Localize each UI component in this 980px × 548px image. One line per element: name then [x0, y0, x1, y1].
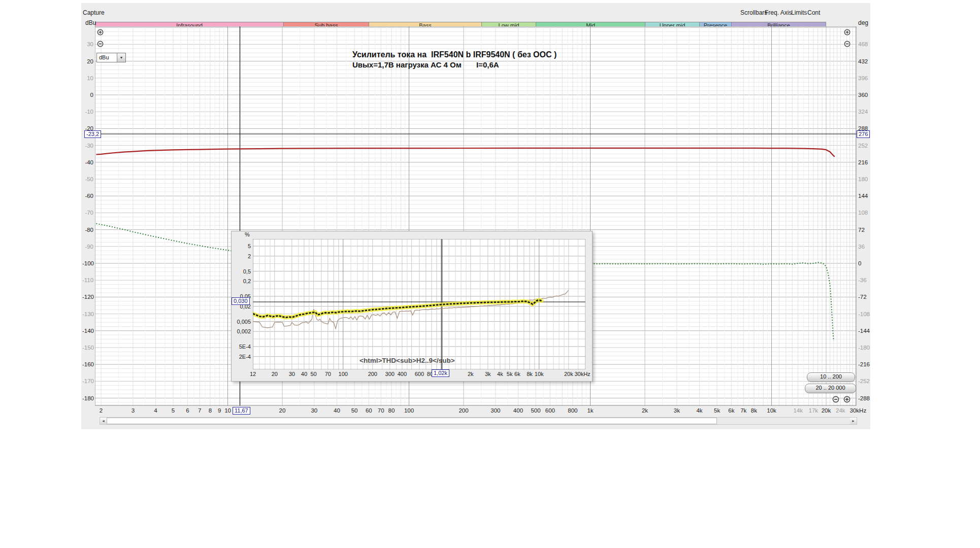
- chart-title: Усилитель тока на IRF540N b IRF9540N ( б…: [352, 50, 557, 59]
- zoom-out-icon[interactable]: [832, 396, 839, 402]
- scroll-left-arrow-icon[interactable]: ◄: [100, 418, 107, 424]
- zoom-in-icon[interactable]: [844, 28, 851, 35]
- zoom-out-icon[interactable]: [844, 40, 851, 47]
- left-axis-tick: -70: [82, 210, 93, 216]
- bottom-axis-tick: 2: [89, 407, 113, 414]
- level-cursor-marker: -23,2: [84, 130, 101, 138]
- inset-y-tick: 2: [232, 253, 251, 259]
- chart-subtitle: Uвых=1,7В нагрузка АС 4 Ом I=0,6А: [352, 60, 499, 69]
- right-axis-tick: -36: [858, 277, 867, 283]
- right-axis-tick: -108: [858, 311, 870, 317]
- unit-selector[interactable]: dBu ▼: [96, 53, 126, 62]
- inset-x-tick: 10k: [528, 371, 550, 377]
- thd-cursor-marker: 0,030: [232, 297, 250, 305]
- inset-y-tick: 0,2: [232, 278, 251, 284]
- inset-y-tick: 5E-4: [232, 344, 251, 350]
- inset-y-tick: 2E-4: [232, 354, 251, 360]
- right-axis-tick: 0: [858, 260, 861, 266]
- inset-x-tick: 12: [242, 371, 264, 377]
- inset-y-tick: 5: [232, 243, 251, 249]
- right-axis-tick: 36: [858, 244, 865, 250]
- inset-y-tick: 0,005: [232, 319, 251, 325]
- left-axis-tick: -50: [82, 176, 93, 182]
- bottom-axis-tick: 2k: [633, 407, 657, 414]
- bottom-axis-tick: 10k: [760, 407, 783, 414]
- left-axis-tick: -180: [82, 395, 93, 401]
- left-axis-tick: 20: [82, 58, 93, 64]
- right-axis-tick: -216: [858, 361, 870, 367]
- menu-item-cont[interactable]: Cont: [807, 9, 820, 16]
- bottom-axis-tick: 600: [538, 407, 562, 414]
- left-axis-tick: -160: [82, 361, 93, 367]
- left-axis-tick: -90: [82, 244, 93, 250]
- right-axis-tick: 180: [858, 176, 868, 182]
- horizontal-scrollbar[interactable]: ◄ ►: [100, 417, 857, 425]
- inset-y-tick: 0,5: [232, 268, 251, 275]
- range-10-200-button[interactable]: 10 .. 200: [807, 372, 855, 382]
- left-axis-tick: -10: [82, 109, 93, 115]
- bottom-axis-tick: 3: [121, 407, 145, 414]
- menu-item-freq-axis[interactable]: Freq. Axis: [765, 9, 792, 16]
- left-axis-tick: 30: [82, 41, 93, 47]
- right-axis-tick: 72: [858, 227, 865, 233]
- bottom-axis-tick: 30kHz: [846, 407, 870, 414]
- unit-selector-value: dBu: [99, 54, 109, 60]
- screen: { "menu": { "left": ["Capture"], "right"…: [0, 0, 980, 548]
- left-axis-tick: -60: [82, 193, 93, 199]
- thd-inset-canvas[interactable]: [253, 239, 585, 369]
- right-axis-tick: 432: [858, 58, 868, 64]
- inset-unit-label: %: [245, 231, 250, 237]
- right-axis-tick: -72: [858, 294, 867, 300]
- right-axis-tick: 252: [858, 143, 868, 149]
- inset-x-tick: 30kHz: [571, 371, 594, 377]
- menu-item-scrollbars[interactable]: Scrollbars: [740, 9, 767, 16]
- right-axis-tick: -180: [858, 345, 870, 351]
- menu-item-capture[interactable]: Capture: [83, 9, 105, 16]
- right-axis-tick: 360: [858, 92, 868, 98]
- left-axis-tick: -40: [82, 159, 93, 165]
- left-axis-tick: -100: [82, 260, 93, 266]
- thd-freq-cursor-marker: 1,02k: [432, 369, 449, 377]
- menu-item-limits[interactable]: Limits: [791, 9, 807, 16]
- left-axis-unit-label: dBu: [85, 19, 96, 26]
- left-axis-tick: -80: [82, 227, 93, 233]
- bottom-axis-tick: 20: [271, 407, 294, 414]
- thd-inset-panel: % 520,50,20,050,020,0050,0025E-42E-4 122…: [231, 231, 593, 382]
- right-axis-tick: 216: [858, 159, 868, 165]
- left-axis-tick: -130: [82, 311, 93, 317]
- left-axis-tick: -110: [82, 277, 93, 283]
- right-axis-unit-label: deg: [858, 19, 868, 26]
- right-axis-tick: -144: [858, 328, 870, 334]
- freq-cursor-marker: 11,67: [233, 407, 250, 415]
- phase-cursor-marker: 276: [857, 130, 870, 138]
- bottom-axis-tick: 300: [484, 407, 507, 414]
- right-axis-tick: -288: [858, 395, 870, 401]
- right-axis-tick: 108: [858, 210, 868, 216]
- left-axis-tick: -30: [82, 143, 93, 149]
- right-axis-tick: 396: [858, 75, 868, 81]
- left-axis-tick: 0: [82, 92, 93, 98]
- right-axis-tick: 324: [858, 109, 868, 115]
- zoom-in-icon[interactable]: [97, 28, 104, 35]
- range-20-20000-button[interactable]: 20 .. 20 000: [805, 384, 856, 393]
- bottom-axis-tick: 30: [303, 407, 326, 414]
- zoom-in-icon[interactable]: [843, 396, 850, 402]
- chevron-down-icon[interactable]: ▼: [117, 53, 125, 62]
- inset-y-tick: 0,002: [232, 328, 251, 334]
- scroll-right-arrow-icon[interactable]: ►: [850, 418, 857, 424]
- left-axis-tick: -150: [82, 345, 93, 351]
- bottom-axis-tick: 1k: [579, 407, 602, 414]
- thd-annotation: <html>THD<sub>H2..9</sub>: [360, 357, 455, 364]
- right-axis-tick: 144: [858, 193, 868, 199]
- bottom-axis-tick: 100: [398, 407, 421, 414]
- zoom-out-icon[interactable]: [97, 40, 104, 47]
- bottom-axis-tick: 3k: [665, 407, 689, 414]
- left-axis-tick: 10: [82, 75, 93, 81]
- right-axis-tick: -252: [858, 378, 870, 384]
- scrollbar-thumb[interactable]: [107, 418, 717, 424]
- left-axis-tick: -140: [82, 328, 93, 334]
- left-axis-tick: -170: [82, 378, 93, 384]
- inset-x-tick: 100: [332, 371, 354, 377]
- left-axis-tick: -120: [82, 294, 93, 300]
- bottom-axis-tick: 200: [452, 407, 475, 414]
